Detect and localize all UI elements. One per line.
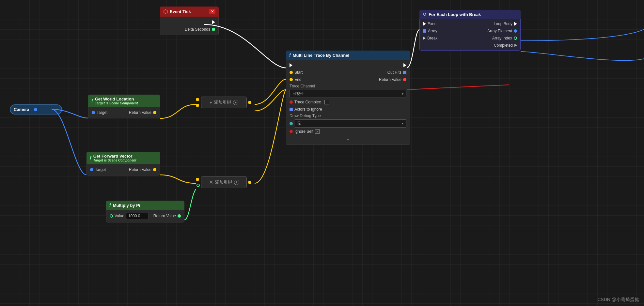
event-tick-body: Delta Seconds: [160, 17, 219, 35]
add-pin1-plus: +: [210, 100, 212, 105]
chevron-down-icon-3: ⌄: [346, 136, 350, 141]
loop-array-index-label: Array Index: [492, 36, 512, 40]
function-icon-pi: f: [109, 203, 111, 208]
event-tick-title: Event Tick: [170, 9, 191, 14]
draw-debug-value: 无: [297, 121, 301, 126]
loop-exec-row: Exec Loop Body: [420, 20, 520, 27]
ignore-self-row: Ignore Self ✓: [286, 128, 410, 135]
loop-array-element-dot: [514, 29, 517, 33]
event-tick-node: ⬡ Event Tick ✕ Delta Seconds: [160, 7, 219, 35]
trace-returnval-label: Return Value: [379, 77, 401, 82]
exec-out-arrow: [212, 20, 215, 24]
for-each-loop-title: For Each Loop with Break: [429, 12, 481, 17]
gwl-target-pin: Target Return Value: [88, 109, 160, 116]
trace-exec-in: [290, 63, 292, 67]
gfv-target-label: Target: [95, 167, 106, 172]
get-world-location-header: f Get World Location Target is Scene Com…: [88, 95, 160, 107]
ignore-self-checkbox[interactable]: ✓: [315, 129, 320, 134]
trace-complex-row: Trace Complex: [286, 99, 410, 106]
delta-seconds-pin: Delta Seconds: [160, 26, 218, 33]
add-pin2-circle[interactable]: +: [234, 180, 239, 185]
trace-complex-checkbox[interactable]: [324, 100, 329, 104]
gwl-target-dot: [92, 111, 95, 114]
ignore-self-dot: [290, 130, 293, 133]
add-pin2-out: [248, 181, 251, 184]
trace-channel-label-row: Trace Channel: [286, 83, 410, 89]
add-pin2-in-top: [196, 178, 199, 181]
trace-channel-value: 可视性: [292, 91, 304, 97]
add-pin-1-box[interactable]: + 添加引脚 +: [201, 97, 247, 108]
add-pin-2-box[interactable]: ✕ 添加引脚 +: [201, 176, 247, 188]
get-world-location-title: Get World Location: [95, 97, 138, 101]
loop-completed-label: Completed: [494, 43, 513, 48]
chevron-down-icon: ▾: [402, 92, 403, 96]
get-world-location-body: Target Return Value: [88, 107, 160, 118]
multi-line-trace-node: f Multi Line Trace By Channel Start Out …: [286, 51, 410, 145]
add-pin-1-node: + 添加引脚 +: [196, 97, 251, 108]
exec-out-pin: [160, 19, 218, 26]
trace-end-dot: [290, 78, 293, 81]
loop-exec-in: [423, 22, 426, 26]
loop-exec-label: Exec: [428, 22, 436, 26]
get-world-location-subtitle: Target is Scene Component: [95, 101, 138, 105]
close-icon[interactable]: ✕: [209, 9, 215, 14]
draw-debug-label: Draw Debug Type: [290, 114, 321, 118]
actors-ignore-grid: [290, 108, 293, 111]
gwl-target-label: Target: [97, 110, 107, 115]
expand-button[interactable]: ⌄: [286, 135, 410, 143]
get-fwd-subtitle: Target is Scene Component: [93, 159, 136, 162]
loop-completed-row: Completed: [420, 42, 520, 49]
actors-ignore-row: Actors to Ignore: [286, 106, 410, 113]
trace-outhits-label: Out Hits: [387, 70, 401, 75]
chevron-down-icon-2: ▾: [402, 122, 403, 125]
draw-debug-dropdown[interactable]: 无 ▾: [294, 119, 406, 128]
function-icon-fwd: f: [90, 155, 91, 161]
loop-break-label: Break: [427, 36, 437, 40]
pi-value-label: Value: [115, 214, 124, 218]
delta-seconds-dot: [212, 28, 215, 31]
add-pin2-label: 添加引脚: [215, 179, 232, 185]
get-forward-vector-header: f Get Forward Vector Target is Scene Com…: [86, 152, 160, 164]
trace-end-label: End: [294, 77, 301, 82]
camera-title: Camera: [14, 107, 29, 112]
get-world-location-node: f Get World Location Target is Scene Com…: [88, 95, 160, 118]
add-pin1-label: 添加引脚: [214, 99, 231, 105]
event-icon: ⬡: [163, 8, 168, 15]
multi-trace-header: f Multi Line Trace By Channel: [286, 51, 410, 60]
pi-value-input[interactable]: [126, 213, 149, 219]
trace-exec-out: [403, 63, 406, 67]
camera-header: Camera: [10, 104, 62, 115]
add-pin1-in-top: [196, 98, 199, 101]
gfv-return-label: Return Value: [129, 167, 151, 172]
loop-completed-arrow: [514, 44, 517, 47]
trace-complex-label: Trace Complex: [294, 100, 321, 104]
gwl-return-label: Return Value: [129, 110, 151, 115]
trace-channel-label: Trace Channel: [290, 84, 315, 88]
add-pin1-circle[interactable]: +: [233, 100, 238, 105]
loop-array-grid: [423, 29, 426, 33]
draw-debug-dot: [290, 122, 293, 125]
camera-node: Camera: [10, 104, 62, 115]
get-fwd-title: Get Forward Vector: [93, 154, 136, 159]
loop-break-arrow: [423, 37, 426, 40]
gfv-return-dot: [153, 168, 156, 171]
for-each-loop-body: Exec Loop Body Array Array Element Break: [419, 19, 521, 51]
get-forward-vector-node: f Get Forward Vector Target is Scene Com…: [86, 152, 160, 176]
trace-start-row: Start Out Hits: [286, 69, 410, 76]
loop-array-index-dot: [514, 37, 517, 40]
get-fwd-body: Target Return Value: [86, 164, 160, 176]
function-icon-trace: f: [289, 53, 291, 58]
loop-array-row: Array Array Element: [420, 27, 520, 35]
trace-complex-dot: [290, 100, 293, 104]
loop-body-label: Loop Body: [494, 22, 512, 26]
trace-channel-dropdown[interactable]: 可视性 ▾: [290, 90, 406, 98]
pi-value-dot: [110, 214, 113, 218]
trace-exec-row: [286, 62, 410, 69]
loop-icon: ↺: [423, 12, 427, 17]
multiply-pi-title: Multiply by Pi: [113, 203, 140, 208]
loop-break-row: Break Array Index: [420, 35, 520, 42]
watermark-label: CSDN @小葡萄蛋挞: [597, 297, 639, 302]
multiply-pi-body: Value Return Value: [106, 210, 184, 222]
loop-body-arrow: [514, 22, 517, 26]
multiply-pi-header: f Multiply by Pi: [106, 201, 184, 210]
